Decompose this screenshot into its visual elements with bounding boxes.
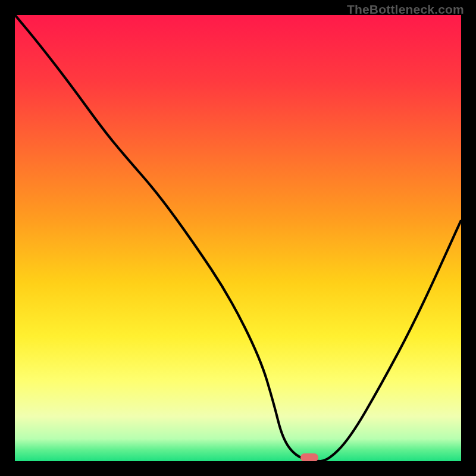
watermark-text: TheBottleneck.com	[347, 2, 464, 17]
chart-frame: TheBottleneck.com	[0, 0, 476, 476]
optimal-point-marker	[300, 453, 318, 461]
bottleneck-curve	[15, 15, 461, 461]
plot-area	[15, 15, 461, 461]
